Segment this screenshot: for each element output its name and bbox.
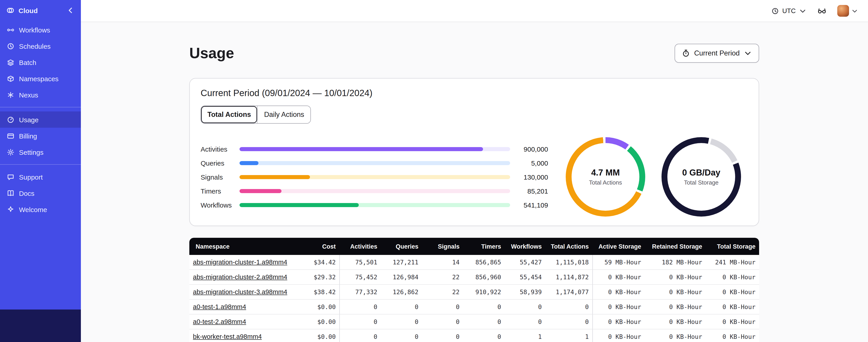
sidebar-item-workflows[interactable]: Workflows (0, 22, 81, 38)
cell-namespace: bk-worker-test.a98mm4 (189, 329, 300, 342)
column-header-active-storage: Active Storage (592, 238, 645, 255)
timezone-label: UTC (782, 7, 796, 14)
tab-total-actions[interactable]: Total Actions (201, 106, 257, 123)
main: UTC Usage Current Period (81, 0, 868, 342)
cell-total-storage: 0 KB-Hour (706, 300, 759, 314)
sidebar-item-settings[interactable]: Settings (0, 144, 81, 160)
usage-table-header-row: NamespaceCostActivitiesQueriesSignalsTim… (189, 238, 759, 255)
column-header-timers: Timers (463, 238, 505, 255)
namespaces-icon (7, 75, 14, 82)
cell-retained-storage: 0 KB-Hour (645, 285, 706, 300)
cell-cost: $0.00 (300, 314, 339, 329)
bar-fill (240, 147, 483, 151)
sidebar-item-label: Schedules (19, 42, 51, 50)
namespace-link[interactable]: abs-migration-cluster-2.a98mm4 (193, 273, 287, 281)
sidebar-item-label: Settings (19, 148, 43, 156)
cell-workflows: 0 (505, 314, 546, 329)
stopwatch-icon (682, 49, 690, 57)
cell-activities: 0 (339, 300, 381, 314)
settings-icon (7, 148, 14, 156)
cell-signals: 0 (422, 329, 463, 342)
sidebar-item-namespaces[interactable]: Namespaces (0, 70, 81, 87)
namespace-link[interactable]: a0-test-2.a98mm4 (193, 318, 246, 325)
cell-signals: 14 (422, 255, 463, 270)
bar-fill (240, 203, 359, 207)
current-period-card: Current Period (09/01/2024 — 10/01/2024)… (189, 78, 759, 226)
period-selector-label: Current Period (694, 49, 740, 57)
bar-label: Activities (200, 145, 234, 153)
cell-retained-storage: 182 MB-Hour (645, 255, 706, 270)
bar-track (240, 203, 510, 207)
sidebar-item-welcome[interactable]: Welcome (0, 201, 81, 217)
column-header-total-actions: Total Actions (546, 238, 592, 255)
bar-fill (240, 175, 310, 179)
page-title: Usage (189, 45, 234, 62)
namespace-link[interactable]: bk-worker-test.a98mm4 (193, 333, 262, 340)
cell-namespace: abs-migration-cluster-2.a98mm4 (189, 270, 300, 285)
cell-total-storage: 0 KB-Hour (706, 270, 759, 285)
usage-icon (7, 116, 14, 124)
usage-bar-row-timers: Timers85,201 (200, 184, 548, 198)
sidebar-nav: WorkflowsSchedulesBatchNamespacesNexusUs… (0, 21, 81, 309)
column-header-namespace: Namespace (189, 238, 300, 255)
cell-queries: 127,211 (381, 255, 422, 270)
cell-signals: 0 (422, 300, 463, 314)
cell-total-actions: 1 (546, 329, 592, 342)
namespace-link[interactable]: a0-test-1.a98mm4 (193, 303, 246, 310)
app: Cloud WorkflowsSchedulesBatchNamespacesN… (0, 0, 868, 342)
namespace-link[interactable]: abs-migration-cluster-1.a98mm4 (193, 259, 287, 266)
account-menu[interactable] (837, 5, 858, 17)
bar-label: Timers (200, 187, 234, 195)
bar-value: 85,201 (516, 187, 548, 195)
usage-bars: Activities900,000Queries5,000Signals130,… (200, 142, 548, 212)
bar-value: 5,000 (516, 159, 548, 167)
donut-label: Total Actions (589, 179, 622, 186)
total-actions-donut: 4.7 MM Total Actions (566, 137, 645, 216)
sidebar-item-billing[interactable]: Billing (0, 128, 81, 144)
sidebar-item-label: Support (19, 173, 43, 181)
sidebar-collapse-icon[interactable] (66, 6, 74, 14)
temporal-logo-icon (6, 6, 14, 14)
sidebar: Cloud WorkflowsSchedulesBatchNamespacesN… (0, 0, 81, 342)
glasses-icon[interactable] (817, 6, 827, 15)
sidebar-item-nexus[interactable]: Nexus (0, 87, 81, 103)
sidebar-item-support[interactable]: Support (0, 169, 81, 185)
clock-icon (771, 7, 779, 15)
cell-active-storage: 0 KB-Hour (592, 270, 645, 285)
sidebar-divider (0, 107, 81, 107)
docs-icon (7, 189, 14, 197)
cell-cost: $38.42 (300, 285, 339, 300)
sidebar-item-usage[interactable]: Usage (0, 111, 81, 128)
table-row: abs-migration-cluster-3.a98mm4$38.4277,3… (189, 285, 759, 300)
cell-total-storage: 0 KB-Hour (706, 314, 759, 329)
bar-fill (240, 161, 258, 165)
cell-signals: 22 (422, 270, 463, 285)
sidebar-item-batch[interactable]: Batch (0, 54, 81, 70)
sidebar-item-docs[interactable]: Docs (0, 185, 81, 201)
cell-active-storage: 0 KB-Hour (592, 300, 645, 314)
tab-daily-actions[interactable]: Daily Actions (257, 106, 310, 123)
cell-total-actions: 1,114,872 (546, 270, 592, 285)
sidebar-item-schedules[interactable]: Schedules (0, 38, 81, 54)
cell-total-storage: 0 KB-Hour (706, 285, 759, 300)
cell-timers: 0 (463, 300, 505, 314)
batch-icon (7, 59, 14, 66)
period-selector-button[interactable]: Current Period (675, 44, 759, 63)
column-header-total-storage: Total Storage (706, 238, 759, 255)
brand: Cloud (0, 0, 81, 21)
cell-activities: 75,501 (339, 255, 381, 270)
cell-queries: 0 (381, 300, 422, 314)
bar-track (240, 175, 510, 179)
cell-cost: $0.00 (300, 300, 339, 314)
support-icon (7, 173, 14, 181)
avatar (837, 5, 849, 17)
timezone-selector[interactable]: UTC (771, 7, 807, 15)
sidebar-item-label: Docs (19, 189, 34, 197)
total-storage-donut-center: 0 GB/Day Total Storage (661, 137, 741, 216)
cell-total-storage: 241 MB-Hour (706, 255, 759, 270)
total-actions-donut-center: 4.7 MM Total Actions (566, 137, 645, 216)
namespace-link[interactable]: abs-migration-cluster-3.a98mm4 (193, 288, 287, 296)
usage-bar-row-signals: Signals130,000 (200, 170, 548, 184)
usage-charts: Activities900,000Queries5,000Signals130,… (200, 137, 748, 216)
cell-retained-storage: 0 KB-Hour (645, 329, 706, 342)
